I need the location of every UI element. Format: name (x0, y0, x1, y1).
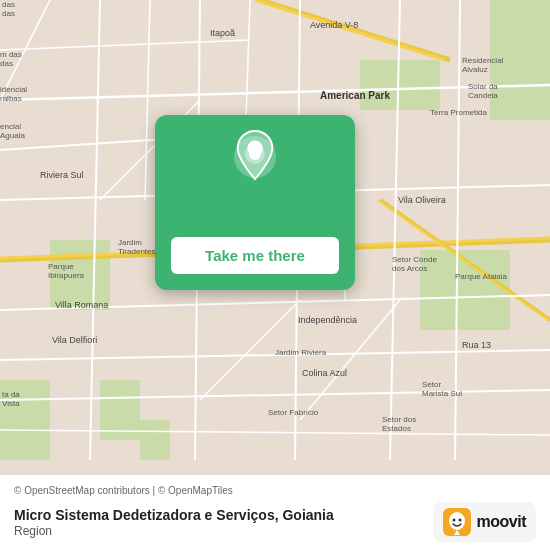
parque-ibirapuera-label: ParqueIbirapuera (48, 262, 84, 280)
independencia-label: Independência (298, 315, 357, 325)
setor-estados-label: Setor dosEstados (382, 415, 416, 433)
place-region: Region (14, 524, 433, 538)
colina-azul-label: Colina Azul (302, 368, 347, 378)
svg-rect-6 (360, 60, 440, 110)
encial-label: encialAguala (0, 122, 25, 140)
svg-point-39 (449, 512, 465, 530)
residencial-alvaluz-label: ResidencialAlvaluz (462, 56, 503, 74)
solar-candeia-label: Solar daCandeia (468, 82, 498, 100)
place-title: Micro Sistema Dedetizadora e Serviços, G… (14, 506, 433, 524)
m-das-label: m dasdas (0, 50, 22, 68)
take-me-there-button[interactable]: Take me there (171, 237, 339, 274)
vila-delfiori-label: Vila Delfiori (52, 335, 97, 345)
villa-romana-label: Villa Romana (55, 300, 108, 310)
parque-atalaia-label: Parque Atalaia (455, 272, 507, 281)
itapoa-label: Itapoã (210, 28, 235, 38)
setor-conde-label: Setor Condedos Arcos (392, 255, 437, 273)
setor-marista-label: SetorMarista Sul (422, 380, 462, 398)
terra-prometida-label: Terra Prometida (430, 108, 487, 117)
moovit-text: moovit (477, 513, 526, 531)
svg-rect-7 (140, 420, 170, 460)
svg-point-40 (452, 519, 455, 522)
map-area[interactable]: American Park Itapoã Avenida V-8 Residen… (0, 0, 550, 474)
svg-point-41 (458, 519, 461, 522)
svg-point-37 (247, 141, 262, 156)
moovit-logo[interactable]: moovit (433, 502, 536, 542)
location-card: Take me there (155, 115, 355, 290)
jardim-riviera-label: Jardim Riviera (275, 348, 326, 357)
bottom-bar: © OpenStreetMap contributors | © OpenMap… (0, 474, 550, 550)
bottom-content: Micro Sistema Dedetizadora e Serviços, G… (14, 502, 536, 542)
das-das-label: dasdas (2, 0, 15, 18)
idencial-label: idencialralbas (0, 85, 27, 103)
ta-da-label: ta daVista (2, 390, 20, 408)
vila-oliveira-label: Vila Oliveira (398, 195, 446, 205)
setor-fabricio-label: Setor Fabrício (268, 408, 318, 417)
american-park-label: American Park (320, 90, 390, 101)
pin-svg (231, 129, 279, 181)
attribution-text: © OpenStreetMap contributors | © OpenMap… (14, 485, 536, 496)
rua13-label: Rua 13 (462, 340, 491, 350)
moovit-icon (443, 508, 471, 536)
jardim-tiradentes-label: JardimTiradentes (118, 238, 156, 256)
place-info: Micro Sistema Dedetizadora e Serviços, G… (14, 506, 433, 538)
app-container: American Park Itapoã Avenida V-8 Residen… (0, 0, 550, 550)
riviera-sul-label: Riviera Sul (40, 170, 84, 180)
avenida-label: Avenida V-8 (310, 20, 358, 30)
